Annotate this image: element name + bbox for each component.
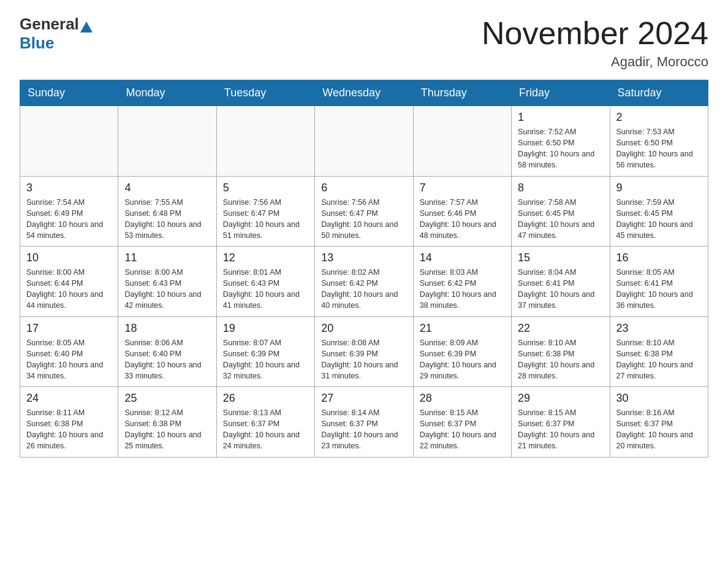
calendar-cell: 7Sunrise: 7:57 AM Sunset: 6:46 PM Daylig… xyxy=(413,176,511,247)
day-number: 26 xyxy=(223,392,308,405)
month-title: November 2024 xyxy=(482,15,708,52)
day-info: Sunrise: 8:05 AM Sunset: 6:41 PM Dayligh… xyxy=(616,267,702,312)
calendar-cell: 27Sunrise: 8:14 AM Sunset: 6:37 PM Dayli… xyxy=(315,387,413,458)
weekday-header-tuesday: Tuesday xyxy=(216,80,314,106)
calendar-cell: 9Sunrise: 7:59 AM Sunset: 6:45 PM Daylig… xyxy=(610,176,708,247)
calendar-cell: 21Sunrise: 8:09 AM Sunset: 6:39 PM Dayli… xyxy=(413,316,511,387)
day-info: Sunrise: 7:56 AM Sunset: 6:47 PM Dayligh… xyxy=(321,197,406,242)
day-number: 20 xyxy=(321,322,406,335)
day-number: 23 xyxy=(616,322,702,335)
week-row-2: 10Sunrise: 8:00 AM Sunset: 6:44 PM Dayli… xyxy=(20,247,708,317)
day-number: 27 xyxy=(321,392,406,405)
day-number: 11 xyxy=(124,251,210,264)
calendar-cell: 11Sunrise: 8:00 AM Sunset: 6:43 PM Dayli… xyxy=(118,247,216,317)
week-row-4: 24Sunrise: 8:11 AM Sunset: 6:38 PM Dayli… xyxy=(20,387,708,458)
calendar-cell: 29Sunrise: 8:15 AM Sunset: 6:37 PM Dayli… xyxy=(512,387,610,458)
day-info: Sunrise: 8:01 AM Sunset: 6:43 PM Dayligh… xyxy=(223,267,308,312)
day-number: 30 xyxy=(616,392,702,405)
day-info: Sunrise: 7:55 AM Sunset: 6:48 PM Dayligh… xyxy=(124,197,210,242)
calendar-table: SundayMondayTuesdayWednesdayThursdayFrid… xyxy=(20,80,708,458)
calendar-cell xyxy=(216,106,314,177)
day-info: Sunrise: 8:09 AM Sunset: 6:39 PM Dayligh… xyxy=(420,337,505,382)
calendar-cell: 1Sunrise: 7:52 AM Sunset: 6:50 PM Daylig… xyxy=(512,106,610,177)
day-number: 28 xyxy=(420,392,505,405)
day-number: 1 xyxy=(518,111,603,124)
day-info: Sunrise: 7:59 AM Sunset: 6:45 PM Dayligh… xyxy=(616,197,702,242)
calendar-cell: 8Sunrise: 7:58 AM Sunset: 6:45 PM Daylig… xyxy=(512,176,610,247)
day-info: Sunrise: 8:00 AM Sunset: 6:44 PM Dayligh… xyxy=(26,267,112,312)
day-info: Sunrise: 8:06 AM Sunset: 6:40 PM Dayligh… xyxy=(124,337,210,382)
day-info: Sunrise: 8:14 AM Sunset: 6:37 PM Dayligh… xyxy=(321,407,406,452)
calendar-cell: 2Sunrise: 7:53 AM Sunset: 6:50 PM Daylig… xyxy=(610,106,708,177)
day-info: Sunrise: 8:02 AM Sunset: 6:42 PM Dayligh… xyxy=(321,267,406,312)
day-info: Sunrise: 8:10 AM Sunset: 6:38 PM Dayligh… xyxy=(616,337,702,382)
calendar-cell: 23Sunrise: 8:10 AM Sunset: 6:38 PM Dayli… xyxy=(610,316,708,387)
calendar-cell xyxy=(413,106,511,177)
weekday-header-row: SundayMondayTuesdayWednesdayThursdayFrid… xyxy=(20,80,708,106)
day-info: Sunrise: 7:54 AM Sunset: 6:49 PM Dayligh… xyxy=(26,197,112,242)
calendar-cell: 13Sunrise: 8:02 AM Sunset: 6:42 PM Dayli… xyxy=(315,247,413,317)
calendar-cell: 17Sunrise: 8:05 AM Sunset: 6:40 PM Dayli… xyxy=(20,316,118,387)
day-number: 10 xyxy=(26,251,112,264)
week-row-3: 17Sunrise: 8:05 AM Sunset: 6:40 PM Dayli… xyxy=(20,316,708,387)
day-number: 22 xyxy=(518,322,603,335)
day-number: 25 xyxy=(124,392,210,405)
weekday-header-monday: Monday xyxy=(118,80,216,106)
calendar-cell: 16Sunrise: 8:05 AM Sunset: 6:41 PM Dayli… xyxy=(610,247,708,317)
day-info: Sunrise: 7:53 AM Sunset: 6:50 PM Dayligh… xyxy=(616,126,702,171)
day-number: 14 xyxy=(420,251,505,264)
calendar-cell: 6Sunrise: 7:56 AM Sunset: 6:47 PM Daylig… xyxy=(315,176,413,247)
day-number: 7 xyxy=(420,182,505,194)
weekday-header-wednesday: Wednesday xyxy=(315,80,413,106)
logo: General Blue xyxy=(20,15,93,53)
day-number: 15 xyxy=(518,251,603,264)
calendar-title-section: November 2024 Agadir, Morocco xyxy=(482,15,708,70)
day-info: Sunrise: 8:04 AM Sunset: 6:41 PM Dayligh… xyxy=(518,267,603,312)
day-number: 19 xyxy=(223,322,308,335)
calendar-cell: 3Sunrise: 7:54 AM Sunset: 6:49 PM Daylig… xyxy=(20,176,118,247)
page-header: General Blue November 2024 Agadir, Moroc… xyxy=(20,15,708,70)
day-number: 18 xyxy=(124,322,210,335)
day-info: Sunrise: 8:05 AM Sunset: 6:40 PM Dayligh… xyxy=(26,337,112,382)
day-info: Sunrise: 8:13 AM Sunset: 6:37 PM Dayligh… xyxy=(223,407,308,452)
logo-triangle-icon xyxy=(80,21,93,33)
day-number: 12 xyxy=(223,251,308,264)
day-info: Sunrise: 8:11 AM Sunset: 6:38 PM Dayligh… xyxy=(26,407,112,452)
day-info: Sunrise: 8:08 AM Sunset: 6:39 PM Dayligh… xyxy=(321,337,406,382)
day-info: Sunrise: 8:15 AM Sunset: 6:37 PM Dayligh… xyxy=(420,407,505,452)
calendar-cell: 24Sunrise: 8:11 AM Sunset: 6:38 PM Dayli… xyxy=(20,387,118,458)
calendar-cell xyxy=(315,106,413,177)
day-number: 8 xyxy=(518,182,603,194)
calendar-cell: 25Sunrise: 8:12 AM Sunset: 6:38 PM Dayli… xyxy=(118,387,216,458)
calendar-cell: 19Sunrise: 8:07 AM Sunset: 6:39 PM Dayli… xyxy=(216,316,314,387)
calendar-cell: 22Sunrise: 8:10 AM Sunset: 6:38 PM Dayli… xyxy=(512,316,610,387)
calendar-cell: 5Sunrise: 7:56 AM Sunset: 6:47 PM Daylig… xyxy=(216,176,314,247)
calendar-cell: 30Sunrise: 8:16 AM Sunset: 6:37 PM Dayli… xyxy=(610,387,708,458)
day-number: 2 xyxy=(616,111,702,124)
week-row-0: 1Sunrise: 7:52 AM Sunset: 6:50 PM Daylig… xyxy=(20,106,708,177)
day-number: 4 xyxy=(124,182,210,194)
weekday-header-sunday: Sunday xyxy=(20,80,118,106)
day-info: Sunrise: 7:57 AM Sunset: 6:46 PM Dayligh… xyxy=(420,197,505,242)
calendar-cell: 10Sunrise: 8:00 AM Sunset: 6:44 PM Dayli… xyxy=(20,247,118,317)
day-number: 24 xyxy=(26,392,112,405)
location-title: Agadir, Morocco xyxy=(482,54,708,70)
day-number: 17 xyxy=(26,322,112,335)
day-number: 21 xyxy=(420,322,505,335)
calendar-cell: 14Sunrise: 8:03 AM Sunset: 6:42 PM Dayli… xyxy=(413,247,511,317)
calendar-cell: 4Sunrise: 7:55 AM Sunset: 6:48 PM Daylig… xyxy=(118,176,216,247)
calendar-cell: 20Sunrise: 8:08 AM Sunset: 6:39 PM Dayli… xyxy=(315,316,413,387)
day-number: 16 xyxy=(616,251,702,264)
day-info: Sunrise: 8:00 AM Sunset: 6:43 PM Dayligh… xyxy=(124,267,210,312)
day-info: Sunrise: 7:58 AM Sunset: 6:45 PM Dayligh… xyxy=(518,197,603,242)
day-number: 3 xyxy=(26,182,112,194)
day-number: 13 xyxy=(321,251,406,264)
logo-blue-text: Blue xyxy=(20,34,93,53)
calendar-cell xyxy=(118,106,216,177)
day-info: Sunrise: 8:12 AM Sunset: 6:38 PM Dayligh… xyxy=(124,407,210,452)
calendar-cell: 12Sunrise: 8:01 AM Sunset: 6:43 PM Dayli… xyxy=(216,247,314,317)
day-info: Sunrise: 8:10 AM Sunset: 6:38 PM Dayligh… xyxy=(518,337,603,382)
calendar-cell: 15Sunrise: 8:04 AM Sunset: 6:41 PM Dayli… xyxy=(512,247,610,317)
day-info: Sunrise: 7:56 AM Sunset: 6:47 PM Dayligh… xyxy=(223,197,308,242)
day-info: Sunrise: 8:07 AM Sunset: 6:39 PM Dayligh… xyxy=(223,337,308,382)
